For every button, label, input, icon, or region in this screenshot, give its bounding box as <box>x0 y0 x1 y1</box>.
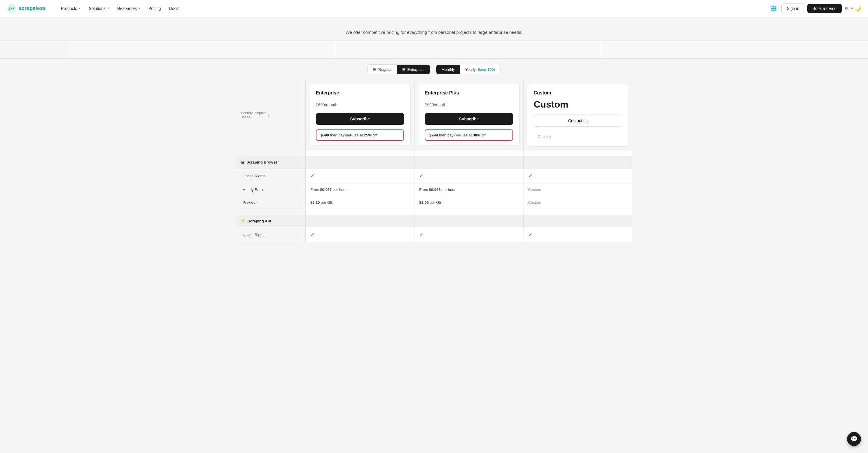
scraping-browser-section: 🖥 Scraping Browser <box>236 156 632 168</box>
enterprise-plus-card: Enterprise Plus $999/month Subscribe $99… <box>418 84 520 146</box>
hourly-rate-custom: Custom <box>524 183 632 196</box>
billing-toggle: Monthly Yearly Save 10% <box>436 65 500 74</box>
hourly-rate-enterprise-plus: From $0.063 per hour <box>414 183 523 196</box>
usage-rights-custom: ✓ <box>524 168 632 183</box>
toggle-enterprise[interactable]: ⊟ Enterprise <box>397 65 430 74</box>
nav-resources[interactable]: Resources ▾ <box>114 4 144 13</box>
enterprise-plus-pay-per-use: $999 then pay-per-use at 30% off <box>425 129 513 141</box>
proxies-label: Proxies <box>236 196 306 209</box>
browser-icon: 🖥 <box>240 160 245 165</box>
enterprise-card-col: Enterprise $699/month Subscribe $699 the… <box>306 80 414 150</box>
custom-card-col: Custom Custom Contact us Custom <box>524 80 632 150</box>
api-usage-rights-row: Usage Rights ✓ ✓ ✓ <box>236 227 632 242</box>
chevron-down-icon: ▾ <box>79 6 81 10</box>
nav-actions: 🌐 Sign in Book a demo 🖥 ☀ 🌙 <box>768 3 861 14</box>
enterprise-plus-subscribe-button[interactable]: Subscribe <box>425 113 513 125</box>
toggle-monthly[interactable]: Monthly <box>436 65 460 74</box>
enterprise-plus-card-col: Enterprise Plus $999/month Subscribe $99… <box>414 80 523 150</box>
check-icon: ✓ <box>419 172 424 179</box>
hourly-rate-label: Hourly Rate <box>236 183 306 196</box>
globe-button[interactable]: 🌐 <box>768 3 779 14</box>
desktop-icon[interactable]: 🖥 <box>844 6 849 11</box>
signin-button[interactable]: Sign in <box>781 3 805 13</box>
enterprise-price: $699/month <box>316 99 404 108</box>
nav-products[interactable]: Products ▾ <box>58 4 84 13</box>
save-badge: Save 10% <box>477 67 495 72</box>
pricing-main: Monthly PrepaidUsage ℹ Enterprise $699/m… <box>230 80 638 242</box>
custom-contact-button[interactable]: Contact us <box>534 115 622 127</box>
chevron-down-icon: ▾ <box>138 6 140 10</box>
custom-pay-per-use: Custom <box>534 131 622 142</box>
enterprise-plus-price: $999/month <box>425 99 513 108</box>
logo-icon <box>7 4 16 13</box>
plan-cards-row: Monthly PrepaidUsage ℹ Enterprise $699/m… <box>236 80 632 151</box>
proxies-custom: Custom <box>524 196 632 209</box>
enterprise-plus-plan-name: Enterprise Plus <box>425 90 513 96</box>
usage-rights-enterprise: ✓ <box>306 168 414 183</box>
info-icon: ℹ <box>268 113 270 118</box>
custom-plan-name: Custom <box>534 90 622 96</box>
api-usage-rights-custom: ✓ <box>524 227 632 242</box>
usage-rights-label: Usage Rights <box>236 168 306 183</box>
hourly-rate-enterprise: From $0.067 per hour <box>306 183 414 196</box>
toggles-area: ⊞ Regular ⊟ Enterprise Monthly Yearly Sa… <box>0 59 868 80</box>
chevron-down-icon: ▾ <box>107 6 109 10</box>
custom-price: Custom <box>534 99 622 110</box>
toggle-yearly[interactable]: Yearly Save 10% <box>460 65 500 74</box>
nav-solutions[interactable]: Solutions ▾ <box>85 4 113 13</box>
nav-links: Products ▾ Solutions ▾ Resources ▾ Prici… <box>58 4 761 13</box>
proxies-row: Proxies $2.10 per GB $1.96 per GB Custom <box>236 196 632 209</box>
svg-point-1 <box>9 9 10 10</box>
check-icon: ✓ <box>528 231 533 238</box>
light-mode-icon[interactable]: ☀ <box>850 5 854 11</box>
proxies-enterprise: $2.10 per GB <box>306 196 414 209</box>
check-icon: ✓ <box>310 172 315 179</box>
api-usage-rights-enterprise-plus: ✓ <box>414 227 523 242</box>
check-icon: ✓ <box>419 231 424 238</box>
api-usage-rights-enterprise: ✓ <box>306 227 414 242</box>
monthly-prepaid-label: Monthly PrepaidUsage <box>240 111 266 119</box>
plan-type-toggle: ⊞ Regular ⊟ Enterprise <box>368 64 430 74</box>
hourly-rate-row: Hourly Rate From $0.067 per hour From $0… <box>236 183 632 196</box>
logo-text: scrapeless <box>19 5 46 11</box>
enterprise-subscribe-button[interactable]: Subscribe <box>316 113 404 125</box>
dark-mode-icon[interactable]: 🌙 <box>855 5 861 11</box>
usage-rights-row: Usage Rights ✓ ✓ ✓ <box>236 168 632 183</box>
toggle-regular[interactable]: ⊞ Regular <box>368 65 397 74</box>
check-icon: ✓ <box>310 231 315 238</box>
enterprise-icon: ⊟ <box>402 67 406 72</box>
check-icon: ✓ <box>528 172 533 179</box>
enterprise-card: Enterprise $699/month Subscribe $699 the… <box>309 84 411 146</box>
regular-icon: ⊞ <box>373 67 376 72</box>
api-icon: ⚡ <box>240 218 246 224</box>
nav-pricing[interactable]: Pricing <box>145 4 164 13</box>
book-demo-button[interactable]: Book a demo <box>807 4 842 13</box>
nav-docs[interactable]: Docs <box>166 4 182 13</box>
api-usage-rights-label: Usage Rights <box>236 227 306 242</box>
scraping-api-section: ⚡ Scraping API <box>236 215 632 227</box>
proxies-enterprise-plus: $1.96 per GB <box>414 196 523 209</box>
subtitle: We offer competitive pricing for everyth… <box>0 23 868 40</box>
logo[interactable]: scrapeless <box>7 4 46 13</box>
enterprise-plan-name: Enterprise <box>316 90 404 96</box>
page-header: We offer competitive pricing for everyth… <box>0 17 868 80</box>
usage-label-cell: Monthly PrepaidUsage ℹ <box>236 80 306 150</box>
usage-rights-enterprise-plus: ✓ <box>414 168 523 183</box>
enterprise-pay-per-use: $699 then pay-per-use at 25% off <box>316 129 404 141</box>
theme-icons: 🖥 ☀ 🌙 <box>844 5 861 11</box>
custom-card: Custom Custom Contact us Custom <box>527 84 629 147</box>
navbar: scrapeless Products ▾ Solutions ▾ Resour… <box>0 0 868 17</box>
